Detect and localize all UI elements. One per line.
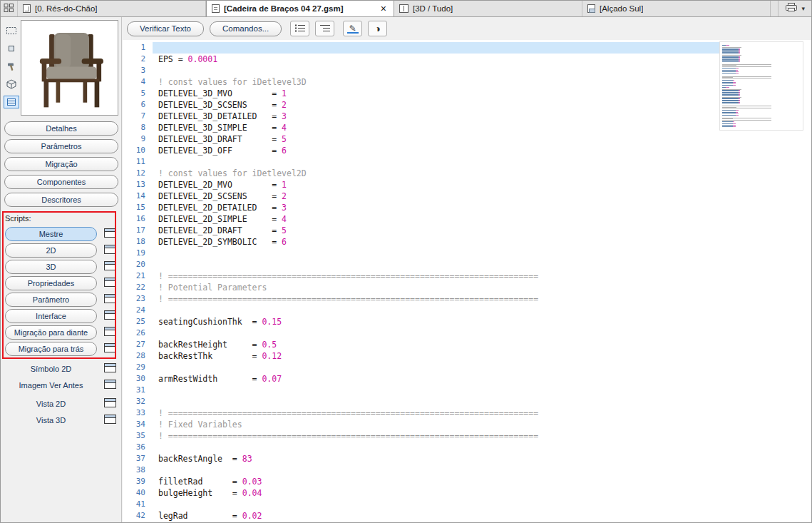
script-button-mestre[interactable]: Mestre — [5, 227, 97, 241]
code-text[interactable] — [153, 156, 801, 168]
script-row: Migração para diante — [5, 325, 118, 340]
code-text[interactable]: DETLEVEL_2D_MVO = 1 — [153, 179, 801, 191]
window-icon — [104, 278, 116, 289]
code-text[interactable] — [153, 259, 801, 270]
contrast-button[interactable]: ◑ — [368, 21, 387, 36]
code-text[interactable]: ! const values for iDetlevel3D — [153, 76, 801, 88]
code-text[interactable] — [153, 464, 801, 476]
code-text[interactable]: armRestWidth = 0.07 — [153, 373, 801, 385]
code-text[interactable]: DETLEVEL_3D_DETAILED = 3 — [153, 111, 801, 122]
outline-list-button[interactable] — [315, 21, 334, 36]
line-number: 4 — [123, 76, 153, 88]
open-window-button[interactable] — [104, 278, 118, 289]
code-text[interactable]: backRestAngle = 83 — [153, 453, 801, 464]
script-button-3d[interactable]: 3D — [5, 260, 97, 274]
open-window-button[interactable] — [104, 262, 118, 273]
minimap[interactable] — [719, 41, 803, 131]
cube-3d-icon[interactable] — [4, 78, 19, 91]
open-window-button[interactable] — [104, 311, 118, 322]
open-window-button[interactable] — [104, 380, 118, 390]
code-text[interactable]: ! Fixed Variables — [153, 419, 801, 430]
open-window-button[interactable] — [104, 363, 118, 374]
tab-3d-tudo[interactable]: [3D / Tudo] — [394, 1, 582, 16]
tab-0-res-do-chao[interactable]: [0. Rés-do-Chão] — [18, 1, 206, 16]
code-text[interactable] — [153, 499, 801, 510]
code-text[interactable]: DETLEVEL_3D_MVO = 1 — [153, 88, 801, 99]
simbolo-2d-label[interactable]: Símbolo 2D — [5, 365, 97, 373]
code-text[interactable]: seatingCushionThk = 0.15 — [153, 316, 801, 327]
detail-view-icon[interactable] — [4, 42, 19, 55]
script-button-propriedades[interactable]: Propriedades — [5, 276, 97, 290]
code-text[interactable] — [153, 385, 801, 396]
tab-cadeira-de-bracos-04-27-gsm[interactable]: [Cadeira de Braços 04 27.gsm]× — [206, 1, 394, 16]
code-text[interactable]: backRestHeight = 0.5 — [153, 339, 801, 350]
vista-3d-label[interactable]: Vista 3D — [5, 416, 97, 425]
sidebar-button-parametros[interactable]: Parâmetros — [4, 139, 118, 153]
code-text[interactable]: filletRad = 0.03 — [153, 476, 801, 487]
code-text[interactable]: ! ======================================… — [153, 293, 801, 305]
line-number: 19 — [123, 248, 153, 259]
code-text[interactable] — [153, 442, 801, 453]
code-text[interactable] — [153, 327, 801, 339]
open-window-button[interactable] — [104, 295, 118, 305]
code-text[interactable]: ! ======================================… — [153, 430, 801, 442]
code-text[interactable]: DETLEVEL_2D_SIMPLE = 4 — [153, 213, 801, 225]
open-window-button[interactable] — [104, 415, 118, 425]
tab-close-icon[interactable]: × — [379, 4, 389, 14]
code-text[interactable] — [153, 42, 801, 54]
script-view-icon[interactable] — [4, 96, 19, 108]
code-text[interactable]: DETLEVEL_2D_SYMBOLIC = 6 — [153, 236, 801, 248]
hammer-icon[interactable] — [4, 60, 19, 73]
sidebar-button-descritores[interactable]: Descritores — [4, 193, 118, 207]
script-button-migracao-para-tras[interactable]: Migração para trás — [5, 342, 97, 356]
code-text[interactable]: ! ======================================… — [153, 407, 801, 419]
code-line: 16DETLEVEL_2D_SIMPLE = 4 — [123, 213, 811, 225]
script-button-parametro[interactable]: Parâmetro — [5, 293, 97, 307]
script-list-button[interactable] — [290, 21, 309, 36]
script-button-2d[interactable]: 2D — [5, 243, 97, 258]
open-window-button[interactable] — [104, 398, 118, 409]
code-text[interactable]: backRestThk = 0.12 — [153, 350, 801, 362]
code-text[interactable] — [153, 305, 801, 316]
code-text[interactable]: bulgeHeight = 0.04 — [153, 487, 801, 499]
code-text[interactable] — [153, 396, 801, 407]
line-number: 17 — [123, 225, 153, 236]
commands-button[interactable]: Comandos... — [210, 21, 282, 36]
code-text[interactable]: DETLEVEL_2D_SCSENS = 2 — [153, 191, 801, 202]
code-line: 1 — [123, 42, 811, 54]
blue-underline-mark — [347, 32, 359, 34]
code-text[interactable]: EPS = 0.0001 — [153, 54, 801, 65]
code-text[interactable]: DETLEVEL_3D_SIMPLE = 4 — [153, 122, 801, 133]
code-text[interactable]: legRad = 0.02 — [153, 510, 801, 522]
code-text[interactable] — [153, 362, 801, 373]
script-button-migracao-para-diante[interactable]: Migração para diante — [5, 325, 97, 340]
script-button-interface[interactable]: Interface — [5, 309, 97, 323]
verify-text-button[interactable]: Verificar Texto — [127, 21, 204, 36]
code-text[interactable]: ! ======================================… — [153, 270, 801, 282]
code-text[interactable]: DETLEVEL_3D_OFF = 6 — [153, 145, 801, 156]
code-text[interactable] — [153, 248, 801, 259]
code-text[interactable] — [153, 65, 801, 76]
code-text[interactable]: DETLEVEL_2D_DETAILED = 3 — [153, 202, 801, 213]
vista-2d-label[interactable]: Vista 2D — [5, 400, 97, 408]
code-editor-surface[interactable]: 12EPS = 0.000134! const values for iDetl… — [123, 40, 811, 522]
open-window-button[interactable] — [104, 229, 118, 240]
object-preview[interactable] — [21, 20, 118, 116]
tab-overview-button[interactable] — [1, 1, 18, 16]
open-window-button[interactable] — [104, 245, 118, 256]
symbol-view-icon[interactable] — [4, 24, 19, 37]
tab-bar-options[interactable]: ▾ — [778, 1, 811, 16]
sidebar-button-migracao[interactable]: Migração — [4, 157, 118, 171]
open-window-button[interactable] — [104, 327, 118, 338]
imagem-ver-antes-label[interactable]: Imagem Ver Antes — [5, 381, 97, 390]
code-text[interactable]: ! Potential Parameters — [153, 282, 801, 293]
auto-script-button[interactable]: ✎ — [343, 21, 362, 36]
sidebar-button-componentes[interactable]: Componentes — [4, 175, 118, 189]
code-text[interactable]: DETLEVEL_3D_SCSENS = 2 — [153, 99, 801, 111]
code-text[interactable]: ! const values for iDetlevel2D — [153, 168, 801, 179]
code-text[interactable]: DETLEVEL_2D_DRAFT = 5 — [153, 225, 801, 236]
open-window-button[interactable] — [104, 344, 118, 355]
tab-alcado-sul[interactable]: [Alçado Sul] — [582, 1, 771, 16]
code-text[interactable]: DETLEVEL_3D_DRAFT = 5 — [153, 133, 801, 145]
sidebar-button-detalhes[interactable]: Detalhes — [4, 121, 118, 136]
